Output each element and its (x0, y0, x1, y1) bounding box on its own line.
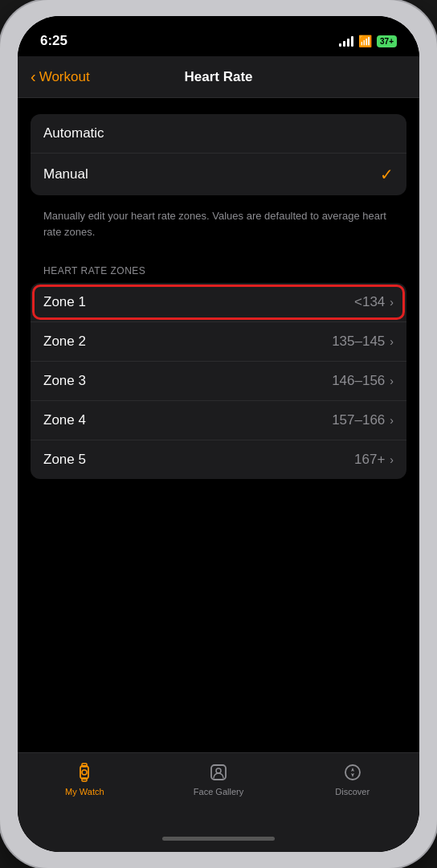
tab-face-gallery[interactable]: Face Gallery (152, 761, 286, 796)
manual-label: Manual (43, 166, 88, 182)
zone-5-item[interactable]: Zone 5 167+ › (31, 440, 406, 479)
zone-1-item[interactable]: Zone 1 <134 › (31, 283, 406, 322)
tab-my-watch[interactable]: My Watch (18, 761, 152, 796)
zone-1-label: Zone 1 (43, 294, 86, 310)
zone-3-label: Zone 3 (43, 373, 86, 389)
main-content: Automatic Manual ✓ Manually edit your he… (18, 98, 419, 752)
zone-1-highlight-ring (32, 285, 405, 320)
svg-point-5 (216, 768, 221, 773)
checkmark-icon: ✓ (380, 165, 394, 184)
zone-4-label: Zone 4 (43, 412, 86, 428)
phone-frame: 6:25 📶 37+ ‹ Workout (0, 0, 437, 868)
zone-2-item[interactable]: Zone 2 135–145 › (31, 322, 406, 362)
zone-2-chevron-icon: › (390, 335, 394, 348)
battery-badge: 37+ (377, 35, 397, 47)
zone-5-right: 167+ › (354, 452, 394, 468)
tab-discover[interactable]: Discover (285, 761, 419, 796)
face-gallery-icon (207, 761, 230, 784)
zone-4-chevron-icon: › (390, 414, 394, 427)
hint-text: Manually edit your heart rate zones. Val… (31, 202, 406, 252)
my-watch-tab-label: My Watch (65, 787, 104, 796)
zone-1-right: <134 › (354, 294, 394, 310)
zones-section-header: HEART RATE ZONES (31, 259, 406, 283)
zone-3-right: 146–156 › (332, 373, 394, 389)
screen-content: 6:25 📶 37+ ‹ Workout (18, 16, 419, 852)
nav-bar: ‹ Workout Heart Rate (18, 56, 419, 98)
automatic-label: Automatic (43, 125, 104, 141)
svg-marker-7 (351, 768, 354, 772)
home-indicator (18, 825, 419, 852)
toggle-card: Automatic Manual ✓ (31, 114, 406, 195)
signal-icon (339, 35, 353, 47)
wifi-icon: 📶 (358, 35, 372, 47)
face-gallery-tab-label: Face Gallery (194, 787, 243, 796)
page-title: Heart Rate (184, 69, 252, 85)
zones-card: Zone 1 <134 › Zone 2 135–145 › (31, 283, 406, 479)
manual-option[interactable]: Manual ✓ (31, 154, 406, 195)
zone-2-right: 135–145 › (332, 334, 394, 350)
home-bar (162, 837, 275, 841)
zone-4-item[interactable]: Zone 4 157–166 › (31, 401, 406, 440)
back-button[interactable]: ‹ Workout (31, 68, 90, 86)
svg-rect-1 (82, 764, 87, 767)
tab-bar: My Watch Face Gallery (18, 752, 419, 825)
back-label: Workout (39, 69, 90, 85)
automatic-option[interactable]: Automatic (31, 114, 406, 154)
status-time: 6:25 (40, 33, 67, 49)
zone-3-chevron-icon: › (390, 375, 394, 387)
zone-2-value: 135–145 (332, 334, 385, 350)
status-bar: 6:25 📶 37+ (18, 16, 419, 56)
svg-rect-2 (82, 778, 87, 781)
zone-4-right: 157–166 › (332, 412, 394, 428)
notch (166, 16, 271, 40)
zone-5-label: Zone 5 (43, 452, 86, 468)
zone-5-chevron-icon: › (390, 453, 394, 466)
discover-icon (341, 761, 364, 784)
svg-point-6 (345, 765, 360, 780)
zone-3-item[interactable]: Zone 3 146–156 › (31, 362, 406, 401)
zone-1-chevron-icon: › (390, 296, 394, 309)
zone-3-value: 146–156 (332, 373, 385, 389)
svg-point-3 (82, 770, 87, 775)
zone-5-value: 167+ (354, 452, 385, 468)
zone-2-label: Zone 2 (43, 334, 86, 350)
discover-tab-label: Discover (335, 787, 370, 796)
chevron-left-icon: ‹ (31, 68, 36, 86)
svg-marker-8 (351, 773, 354, 777)
my-watch-icon (73, 761, 96, 784)
status-right: 📶 37+ (339, 35, 397, 47)
zone-1-value: <134 (354, 294, 385, 310)
phone-screen: 6:25 📶 37+ ‹ Workout (18, 16, 419, 852)
zone-4-value: 157–166 (332, 412, 385, 428)
